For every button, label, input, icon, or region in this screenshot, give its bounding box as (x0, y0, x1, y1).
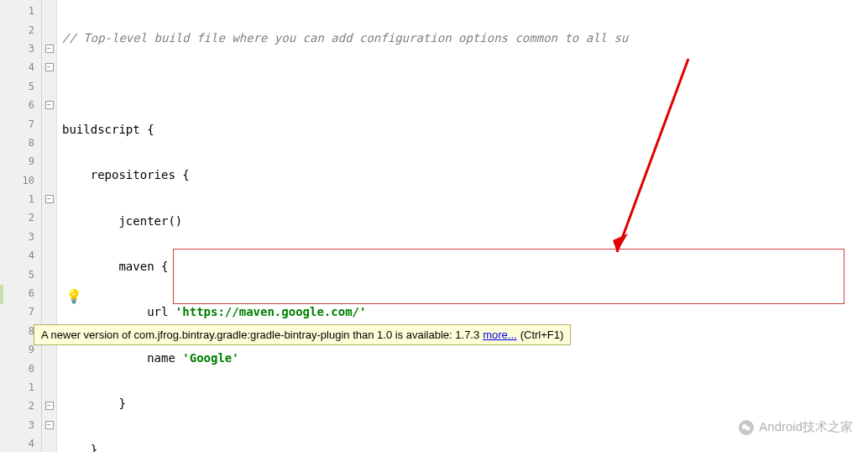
line-number[interactable]: 6 (0, 284, 41, 302)
code-text: url (62, 305, 175, 318)
code-text: jcenter() (62, 214, 182, 228)
tooltip-text: A newer version of com.jfrog.bintray.gra… (41, 328, 479, 341)
lightbulb-icon[interactable]: 💡 (65, 288, 82, 304)
line-number[interactable]: 4 (0, 246, 41, 265)
line-number[interactable]: 2 (0, 208, 41, 227)
tooltip-shortcut: (Ctrl+F1) (520, 328, 564, 341)
tooltip-more-link[interactable]: more... (483, 328, 516, 341)
code-text: name (62, 351, 182, 365)
line-number[interactable]: 8 (0, 134, 41, 152)
line-number[interactable]: 0 (0, 359, 41, 377)
fold-toggle-icon[interactable]: − (45, 195, 54, 203)
fold-gutter: − − − − − − (42, 0, 57, 452)
fold-toggle-icon[interactable]: − (45, 101, 54, 109)
line-number[interactable]: 5 (0, 265, 41, 283)
line-number[interactable]: 2 (0, 20, 41, 39)
line-number[interactable]: 10 (0, 171, 41, 190)
line-number-gutter: 1 2 3 4 5 6 7 8 9 10 1 2 3 4 5 6 7 8 9 0… (0, 0, 42, 452)
line-number[interactable]: 3 (0, 416, 41, 434)
code-text: repositories { (62, 168, 190, 181)
code-text: maven { (62, 260, 168, 273)
code-editor: 1 2 3 4 5 6 7 8 9 10 1 2 3 4 5 6 7 8 9 0… (0, 0, 868, 452)
line-number[interactable]: 7 (0, 114, 41, 133)
fold-toggle-icon[interactable]: − (45, 421, 54, 429)
line-number[interactable]: 4 (0, 434, 41, 452)
fold-toggle-icon[interactable]: − (45, 63, 54, 71)
line-number[interactable]: 4 (0, 58, 41, 76)
line-number[interactable]: 1 (0, 2, 41, 20)
code-string: 'https://maven.google.com/' (175, 305, 367, 318)
line-number[interactable]: 1 (0, 190, 41, 208)
line-number[interactable]: 2 (0, 397, 41, 415)
code-string: 'Google' (182, 351, 238, 365)
fold-toggle-icon[interactable]: − (45, 45, 54, 53)
line-number[interactable]: 7 (0, 302, 41, 321)
line-number[interactable]: 3 (0, 39, 41, 58)
code-text: } (62, 397, 126, 410)
wechat-icon (739, 420, 754, 435)
watermark-text: Android技术之家 (759, 419, 853, 435)
inspection-tooltip: A newer version of com.jfrog.bintray.gra… (34, 324, 571, 345)
code-text: } (62, 443, 97, 452)
svg-point-3 (746, 426, 750, 430)
line-number[interactable]: 1 (0, 378, 41, 397)
line-number[interactable]: 5 (0, 77, 41, 96)
code-content[interactable]: // Top-level build file where you can ad… (57, 0, 868, 452)
code-comment: // Top-level build file where you can ad… (62, 31, 628, 45)
fold-toggle-icon[interactable]: − (45, 402, 54, 410)
line-number[interactable]: 9 (0, 152, 41, 171)
change-marker (0, 285, 3, 304)
line-number[interactable]: 3 (0, 228, 41, 246)
watermark: Android技术之家 (739, 419, 853, 435)
code-text: buildscript { (62, 123, 154, 136)
line-number[interactable]: 6 (0, 96, 41, 114)
